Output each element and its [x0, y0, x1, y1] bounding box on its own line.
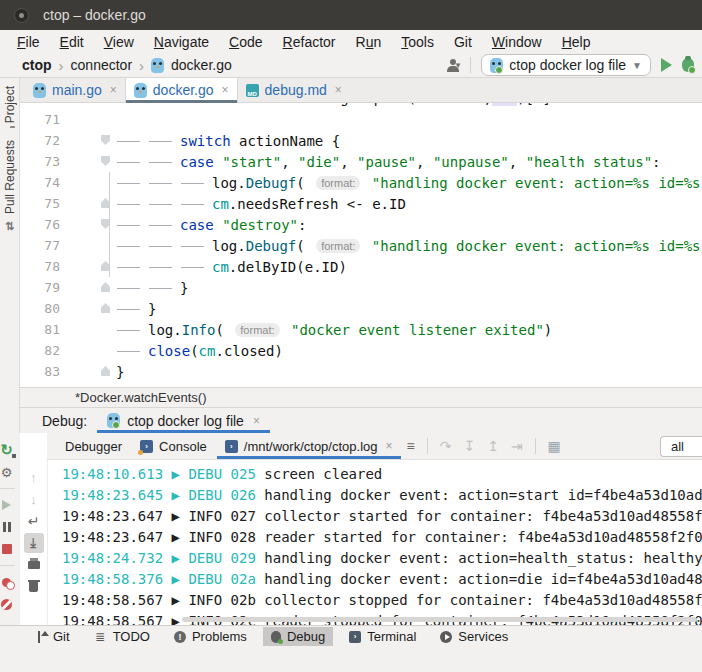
statusbar-item-terminal[interactable]: ›Terminal: [341, 627, 424, 646]
close-icon[interactable]: ×: [110, 83, 117, 97]
code-line[interactable]: 78cm.delByID(e.ID): [20, 256, 702, 277]
step-out-icon[interactable]: ↥: [487, 438, 499, 454]
code-token: [214, 154, 222, 170]
fold-marker-icon[interactable]: [101, 303, 110, 313]
menu-item-git[interactable]: Git: [445, 32, 481, 52]
line-number: 80: [20, 301, 60, 316]
debug-button[interactable]: [682, 58, 694, 72]
statusbar-item-todo[interactable]: ≣TODO: [86, 627, 158, 646]
evaluate-expression-icon[interactable]: ▦: [548, 438, 561, 454]
window-control-button[interactable]: [14, 8, 29, 23]
code-text: log.Debugf( format: "handling docker eve…: [116, 238, 702, 254]
code-token: }: [116, 364, 124, 380]
run-config-select[interactable]: ctop docker log file ▼: [481, 54, 651, 76]
step-into-icon[interactable]: ↧: [463, 438, 475, 454]
log-message: handling docker event: action=die id=f4b…: [264, 571, 702, 587]
mute-breakpoints-icon[interactable]: [0, 594, 17, 614]
code-token: ":": [492, 103, 517, 106]
editor-tab-main.go[interactable]: main.go×: [25, 78, 125, 102]
rerun-icon[interactable]: ↻: [0, 440, 17, 460]
up-stack-icon[interactable]: ↑: [24, 467, 44, 487]
menu-item-navigate[interactable]: Navigate: [145, 32, 218, 52]
stop-icon[interactable]: [0, 539, 17, 559]
menu-item-edit[interactable]: Edit: [51, 32, 93, 52]
log-level-filter-select[interactable]: all: [660, 436, 702, 457]
debug-tab--mnt-work-ctop-ctop-log[interactable]: ›/mnt/work/ctop/ctop.log×: [223, 433, 395, 459]
code-line[interactable]: 80}: [20, 298, 702, 319]
log-message: reader started for container: f4be4a53d1…: [264, 529, 702, 545]
code-line[interactable]: 82close(cm.closed): [20, 340, 702, 361]
horizontal-scrollbar[interactable]: [182, 617, 697, 622]
close-icon[interactable]: ×: [385, 439, 392, 453]
menu-item-tools[interactable]: Tools: [392, 32, 443, 52]
view-breakpoints-icon[interactable]: [0, 572, 17, 592]
line-number: 78: [20, 259, 60, 274]
editor-tab-debug.md[interactable]: MDdebug.md×: [238, 78, 350, 102]
resume-icon[interactable]: [0, 495, 17, 515]
statusbar-item-problems[interactable]: !Problems: [166, 627, 255, 646]
menu-item-refactor[interactable]: Refactor: [274, 32, 345, 52]
scroll-to-end-icon[interactable]: ⇥: [24, 533, 44, 553]
menu-item-window[interactable]: Window: [483, 32, 551, 52]
code-token: :: [652, 154, 660, 170]
code-editor[interactable]: actionName := strings.Split(e.Action, ":…: [20, 103, 702, 387]
code-line[interactable]: 83}: [20, 361, 702, 382]
log-console[interactable]: 19:48:10.613 ▶ DEBU 025 screen cleared19…: [48, 460, 702, 625]
pause-icon[interactable]: [0, 517, 17, 537]
breadcrumb-item-connector[interactable]: connector: [71, 57, 132, 73]
menu-item-file[interactable]: File: [8, 32, 49, 52]
step-over-icon[interactable]: ↷: [440, 438, 452, 454]
editor-tab-docker.go[interactable]: docker.go×: [125, 78, 238, 102]
fold-marker-icon[interactable]: [101, 366, 110, 376]
menu-item-run[interactable]: Run: [347, 32, 391, 52]
close-icon[interactable]: ×: [335, 83, 342, 97]
status-bar: Git≣TODO!ProblemsDebug›TerminalServices: [0, 625, 702, 647]
services-icon: [440, 631, 452, 643]
layout-menu-icon[interactable]: ≡: [407, 438, 415, 454]
down-stack-icon[interactable]: ↓: [24, 489, 44, 509]
statusbar-item-services[interactable]: Services: [432, 627, 516, 646]
print-icon[interactable]: [24, 555, 44, 575]
breadcrumb-item-docker.go[interactable]: docker.go: [171, 57, 232, 73]
code-line[interactable]: 76case "destroy":: [20, 214, 702, 235]
debug-tab-debugger[interactable]: Debugger: [63, 433, 124, 459]
code-line[interactable]: 73case "start", "die", "pause", "unpause…: [20, 151, 702, 172]
line-number: 76: [20, 217, 60, 232]
debug-tab-console[interactable]: ›Console: [138, 433, 209, 459]
code-token: Info: [182, 322, 216, 338]
code-line[interactable]: 77log.Debugf( format: "handling docker e…: [20, 235, 702, 256]
soft-wrap-icon[interactable]: ↵: [24, 511, 44, 531]
settings-wrench-icon[interactable]: ⚙: [0, 462, 17, 482]
code-line[interactable]: 81log.Info( format: "docker event listen…: [20, 319, 702, 340]
context-method-label: *Docker.watchEvents(): [75, 390, 207, 405]
code-line[interactable]: 75cm.needsRefresh <- e.ID: [20, 193, 702, 214]
tool-window-button-project[interactable]: Project: [3, 86, 17, 123]
clear-all-icon[interactable]: [24, 577, 44, 597]
code-line[interactable]: 79}: [20, 277, 702, 298]
statusbar-item-git[interactable]: Git: [30, 627, 78, 646]
code-token: "start": [222, 154, 281, 170]
code-line[interactable]: 71: [20, 109, 702, 130]
close-icon[interactable]: ×: [253, 414, 260, 428]
fold-marker-icon[interactable]: [101, 282, 110, 292]
close-icon[interactable]: ×: [222, 83, 229, 97]
run-to-cursor-icon[interactable]: ⇥: [511, 438, 523, 454]
tool-window-button-pull-requests[interactable]: Pull Requests: [3, 140, 17, 214]
run-button[interactable]: [661, 58, 672, 72]
code-token: "handling docker event: action=%s id=%s": [372, 175, 702, 191]
menu-item-code[interactable]: Code: [220, 32, 271, 52]
fold-marker-icon[interactable]: [101, 135, 110, 145]
fold-marker-icon[interactable]: [101, 156, 110, 166]
menu-item-view[interactable]: View: [95, 32, 143, 52]
code-line[interactable]: 84: [20, 382, 702, 387]
breadcrumb-item-ctop[interactable]: ctop: [22, 57, 52, 73]
statusbar-item-debug[interactable]: Debug: [263, 627, 333, 646]
title-bar: ctop – docker.go: [0, 0, 702, 30]
user-menu[interactable]: ▾: [447, 59, 461, 72]
code-line[interactable]: 74log.Debugf( format: "handling docker e…: [20, 172, 702, 193]
debug-session-tab[interactable]: ctop docker log file ×: [97, 408, 270, 433]
code-token: .needsRefresh <- e.ID: [229, 196, 406, 212]
code-line[interactable]: 72switch actionName {: [20, 130, 702, 151]
menu-item-help[interactable]: Help: [553, 32, 600, 52]
tab-whitespace: [148, 103, 180, 105]
